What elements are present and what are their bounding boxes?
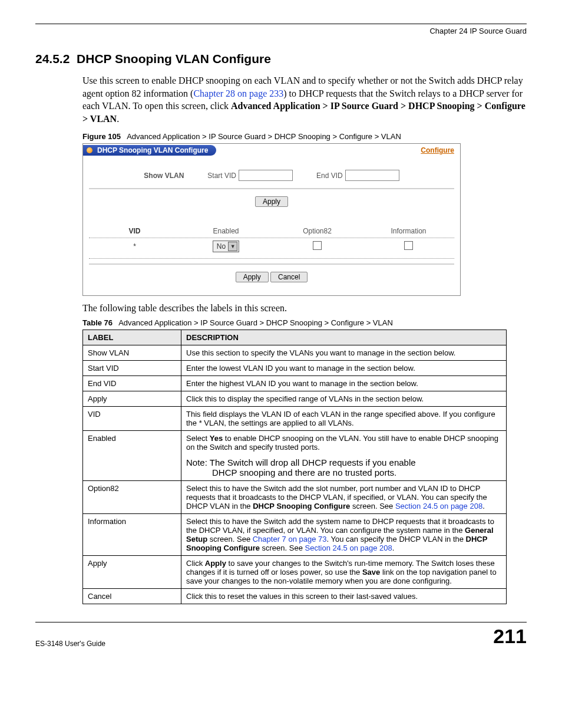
label-cell: Show VLAN [83, 345, 181, 360]
end-vid-label: End VID [316, 172, 343, 180]
screenshot-header: DHCP Snooping VLAN Configure Configure [83, 144, 460, 157]
desc-cell: This field displays the VLAN ID of each … [181, 406, 507, 430]
show-vlan-label: Show VLAN [144, 172, 184, 180]
label-cell: Apply [83, 391, 181, 406]
label-cell: Cancel [83, 588, 181, 604]
col-option82: Option82 [272, 227, 363, 235]
row-apply2: Apply Click Apply to save your changes t… [83, 555, 507, 588]
col-information: Information [363, 227, 454, 235]
desc-cell: Click Apply to save your changes to the … [181, 555, 507, 588]
label-cell: Information [83, 513, 181, 555]
panel-title-text: DHCP Snooping VLAN Configure [97, 146, 208, 154]
figure-caption-text: Advanced Application > IP Source Guard >… [127, 132, 401, 141]
start-vid-input[interactable] [239, 170, 293, 181]
desc-cell: Select Yes to enable DHCP snooping on th… [181, 430, 507, 480]
col-vid: VID [89, 227, 180, 235]
panel-title-tab: DHCP Snooping VLAN Configure [83, 145, 216, 156]
chapter-header: Chapter 24 IP Source Guard [35, 27, 527, 35]
footer-guide-name: ES-3148 User's Guide [35, 640, 105, 648]
row-end-vid: End VID Enter the highest VLAN ID you wa… [83, 375, 507, 391]
chevron-down-icon: ▼ [228, 242, 237, 251]
description-table: LABEL DESCRIPTION Show VLAN Use this sec… [82, 330, 507, 604]
desc-cell: Select this to have the Switch add the s… [181, 513, 507, 555]
apply-cancel-row: Apply Cancel [83, 266, 460, 288]
screenshot-panel: DHCP Snooping VLAN Configure Configure S… [82, 143, 461, 296]
row-start-vid: Start VID Enter the lowest VLAN ID you w… [83, 360, 507, 375]
col-enabled: Enabled [180, 227, 272, 235]
enabled-select-value: No [217, 242, 226, 251]
top-rule [35, 24, 527, 24]
desc-cell: Click this to display the specified rang… [181, 391, 507, 406]
enabled-select[interactable]: No ▼ [213, 241, 239, 252]
chapter-7-link[interactable]: Chapter 7 on page 73 [253, 535, 327, 543]
cell-enabled: No ▼ [180, 241, 272, 252]
desc-cell: Enter the lowest VLAN ID you want to man… [181, 360, 507, 375]
dotted-separator-2 [89, 258, 454, 259]
figure-caption: Figure 105 Advanced Application > IP Sou… [82, 132, 527, 141]
show-vlan-row: Show VLAN Start VID End VID [83, 157, 460, 187]
row-show-vlan: Show VLAN Use this section to specify th… [83, 345, 507, 360]
label-cell: Start VID [83, 360, 181, 375]
desc-cell: Select this to have the Switch add the s… [181, 480, 507, 513]
cell-option82 [272, 241, 363, 252]
row-vid: VID This field displays the VLAN ID of e… [83, 406, 507, 430]
chapter-28-link[interactable]: Chapter 28 on page 233 [193, 88, 283, 98]
separator-2 [89, 263, 454, 265]
table-caption-text: Advanced Application > IP Source Guard >… [118, 318, 393, 327]
row-enabled: Enabled Select Yes to enable DHCP snoopi… [83, 430, 507, 480]
row-apply: Apply Click this to display the specifie… [83, 391, 507, 406]
desc-cell: Enter the highest VLAN ID you want to ma… [181, 375, 507, 391]
configure-link[interactable]: Configure [421, 146, 454, 154]
label-cell: VID [83, 406, 181, 430]
section-number: 24.5.2 [35, 52, 70, 65]
intro-text-c: . [117, 114, 119, 124]
desc-cell: Click this to reset the values in this s… [181, 588, 507, 604]
note-line-1: Note: The Switch will drop all DHCP requ… [186, 457, 501, 467]
separator [89, 188, 454, 189]
header-description: DESCRIPTION [181, 330, 507, 345]
label-cell: End VID [83, 375, 181, 391]
label-cell: Enabled [83, 430, 181, 480]
start-vid-label: Start VID [207, 172, 236, 180]
vlan-table-header: VID Enabled Option82 Information [83, 223, 460, 238]
section-heading: DHCP Snooping VLAN Configure [77, 52, 271, 65]
section-24-5-link[interactable]: Section 24.5 on page 208 [395, 502, 482, 510]
apply-row-1: Apply [83, 190, 460, 213]
apply-button-1[interactable]: Apply [255, 196, 288, 207]
header-label: LABEL [83, 330, 181, 345]
section-title: 24.5.2 DHCP Snooping VLAN Configure [35, 52, 527, 66]
information-checkbox[interactable] [404, 241, 413, 250]
cell-information [363, 241, 454, 252]
label-cell: Apply [83, 555, 181, 588]
end-vid-input[interactable] [345, 170, 399, 181]
table-caption: Table 76 Advanced Application > IP Sourc… [82, 318, 527, 327]
apply-button-2[interactable]: Apply [236, 272, 269, 282]
label-cell: Option82 [83, 480, 181, 513]
page-footer: ES-3148 User's Guide 211 [35, 622, 527, 648]
figure-label: Figure 105 [82, 132, 121, 141]
row-cancel: Cancel Click this to reset the values in… [83, 588, 507, 604]
intro-paragraph: Use this screen to enable DHCP snooping … [82, 74, 527, 125]
row-option82: Option82 Select this to have the Switch … [83, 480, 507, 513]
note-line-2: DHCP snooping and there are no trusted p… [186, 467, 501, 477]
between-text: The following table describes the labels… [82, 302, 527, 315]
desc-cell: Use this section to specify the VLANs yo… [181, 345, 507, 360]
page-number: 211 [493, 625, 527, 648]
row-information: Information Select this to have the Swit… [83, 513, 507, 555]
vlan-table-row: * No ▼ [83, 238, 460, 258]
option82-checkbox[interactable] [313, 241, 322, 250]
cell-vid: * [89, 242, 180, 251]
table-label: Table 76 [82, 318, 113, 327]
section-24-5-link-2[interactable]: Section 24.5 on page 208 [305, 543, 392, 552]
cancel-button[interactable]: Cancel [270, 272, 308, 282]
desc-table-header-row: LABEL DESCRIPTION [83, 330, 507, 345]
